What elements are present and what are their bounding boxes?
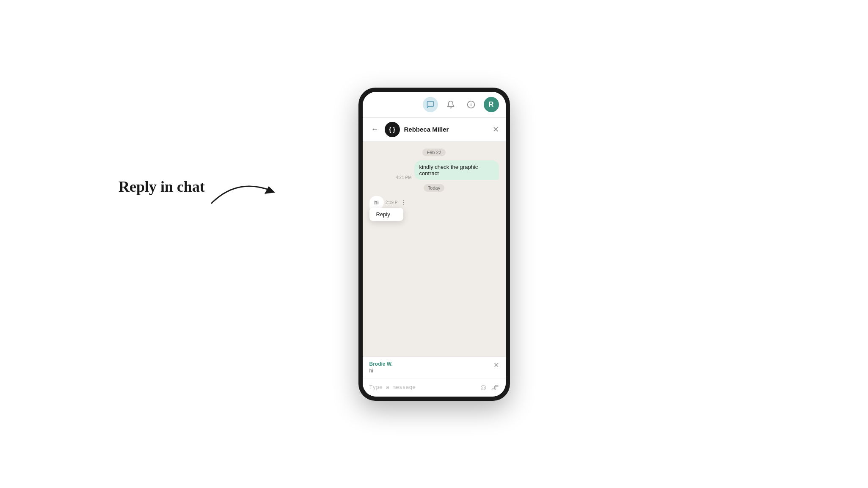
- chat-icon: [426, 100, 435, 109]
- user-avatar-button[interactable]: R: [484, 97, 499, 112]
- contact-avatar-icon: { }: [389, 126, 395, 133]
- context-menu: Reply: [369, 208, 403, 221]
- reply-preview-panel: Brodie W. hi ✕: [363, 356, 506, 378]
- info-nav-button[interactable]: [463, 97, 479, 112]
- contact-name: Rebbeca Miller: [404, 126, 488, 133]
- back-button[interactable]: ←: [369, 123, 380, 135]
- phone-shell: R ← { } Rebbeca Miller ✕ Feb 22 4:21 PM: [358, 88, 510, 401]
- message-outgoing-1: 4:21 PM kindly check the graphic contrac…: [396, 160, 499, 180]
- message-time-incoming-1: 2:19 P: [386, 200, 398, 205]
- reply-preview-text: hi: [369, 368, 393, 374]
- close-chat-button[interactable]: ✕: [493, 125, 499, 134]
- reply-preview-name: Brodie W.: [369, 361, 393, 367]
- chat-header: ← { } Rebbeca Miller ✕: [363, 118, 506, 142]
- message-bubble-1: kindly check the graphic contract: [414, 160, 499, 180]
- message-bubble-incoming-1: hi: [369, 196, 384, 209]
- svg-marker-0: [265, 186, 275, 194]
- message-text-1: kindly check the graphic contract: [419, 164, 478, 176]
- reply-preview-content: Brodie W. hi: [369, 361, 393, 374]
- chat-messages: Feb 22 4:21 PM kindly check the graphic …: [363, 142, 506, 356]
- info-icon: [467, 100, 475, 109]
- date-badge-today: Today: [424, 184, 444, 192]
- date-badge-feb22: Feb 22: [422, 149, 445, 156]
- message-text-incoming-1: hi: [375, 199, 379, 206]
- reply-preview-close-button[interactable]: ✕: [493, 361, 499, 369]
- avatar-label: R: [489, 101, 494, 108]
- message-options-button[interactable]: ⋮: [400, 199, 408, 207]
- message-input[interactable]: [369, 384, 476, 392]
- back-icon: ←: [371, 125, 379, 133]
- chat-nav-button[interactable]: [423, 97, 438, 112]
- top-nav: R: [363, 92, 506, 118]
- close-icon: ✕: [493, 125, 499, 134]
- phone-screen: R ← { } Rebbeca Miller ✕ Feb 22 4:21 PM: [363, 92, 506, 397]
- contact-avatar: { }: [385, 122, 400, 137]
- attach-button[interactable]: 🖇: [491, 383, 499, 392]
- bell-icon: [446, 100, 455, 109]
- arrow-icon: [203, 169, 288, 212]
- message-time-1: 4:21 PM: [396, 175, 411, 180]
- message-input-row: ☺ 🖇: [363, 378, 506, 397]
- emoji-button[interactable]: ☺: [479, 383, 488, 392]
- reply-menu-item[interactable]: Reply: [369, 208, 403, 221]
- message-incoming-1: hi 2:19 P ⋮ Reply: [369, 196, 408, 209]
- annotation-text: Reply in chat: [118, 178, 205, 196]
- bell-nav-button[interactable]: [443, 97, 458, 112]
- emoji-icon: ☺: [479, 383, 488, 392]
- attach-icon: 🖇: [491, 383, 499, 392]
